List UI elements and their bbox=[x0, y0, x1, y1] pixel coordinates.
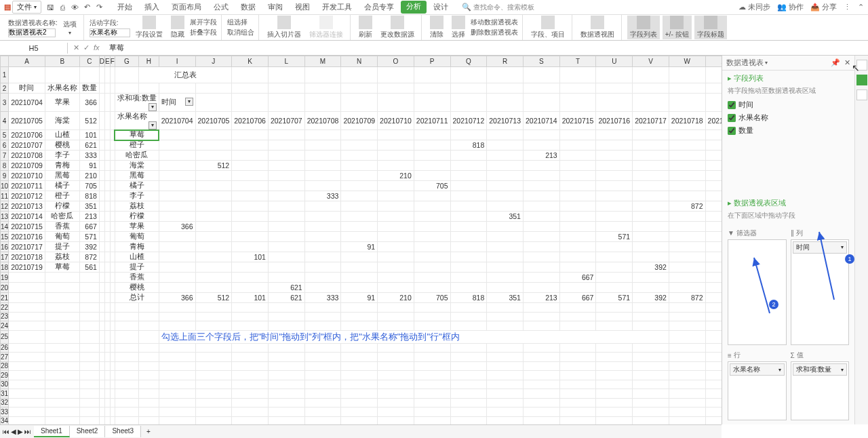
cell[interactable]: 210 bbox=[378, 293, 414, 303]
cell[interactable]: 872 bbox=[669, 293, 705, 303]
cell[interactable] bbox=[195, 283, 232, 293]
cell[interactable] bbox=[559, 181, 596, 191]
cell[interactable]: 20210709 bbox=[9, 161, 45, 171]
cell[interactable]: 512 bbox=[195, 293, 232, 303]
cell[interactable] bbox=[99, 252, 104, 262]
row-header[interactable]: 20 bbox=[1, 283, 9, 293]
cell[interactable]: 哈密瓜 bbox=[115, 151, 159, 161]
tab-6[interactable]: 视图 bbox=[290, 1, 315, 14]
cell[interactable] bbox=[99, 283, 104, 293]
cell[interactable] bbox=[341, 262, 378, 273]
row-header[interactable]: 16 bbox=[1, 242, 9, 252]
cell[interactable] bbox=[705, 398, 722, 407]
cell[interactable]: 667 bbox=[559, 273, 596, 283]
cell[interactable]: 20210711 bbox=[414, 112, 450, 130]
cell[interactable] bbox=[378, 380, 414, 389]
cell[interactable] bbox=[633, 416, 669, 424]
tab-5[interactable]: 审阅 bbox=[262, 1, 288, 14]
cell[interactable] bbox=[705, 321, 722, 331]
cell[interactable] bbox=[414, 262, 450, 273]
cell[interactable] bbox=[523, 201, 559, 212]
cell[interactable] bbox=[232, 343, 269, 353]
cell[interactable] bbox=[705, 242, 722, 252]
cell[interactable] bbox=[99, 361, 104, 371]
sheet-tab[interactable]: Sheet1 bbox=[34, 426, 70, 437]
cell[interactable] bbox=[669, 389, 705, 399]
cell[interactable]: 333 bbox=[304, 293, 341, 303]
cell[interactable] bbox=[99, 67, 104, 83]
cell[interactable] bbox=[559, 140, 596, 151]
cell[interactable] bbox=[633, 130, 669, 140]
cell[interactable] bbox=[450, 67, 487, 83]
cell[interactable] bbox=[232, 242, 269, 252]
cell[interactable] bbox=[341, 212, 378, 222]
cell[interactable] bbox=[195, 407, 232, 417]
cell[interactable] bbox=[559, 361, 596, 371]
row-header[interactable]: 29 bbox=[1, 371, 9, 380]
cell[interactable]: 818 bbox=[450, 293, 487, 303]
cell[interactable] bbox=[450, 361, 487, 371]
cell[interactable] bbox=[559, 283, 596, 293]
cell[interactable] bbox=[633, 407, 669, 417]
cell[interactable] bbox=[99, 293, 104, 303]
cell[interactable] bbox=[105, 273, 111, 283]
cell[interactable] bbox=[669, 283, 705, 293]
cell[interactable] bbox=[115, 416, 138, 424]
row-header[interactable]: 14 bbox=[1, 222, 9, 232]
row-header[interactable]: 31 bbox=[1, 389, 9, 399]
cell[interactable]: 210 bbox=[378, 171, 414, 181]
cell[interactable] bbox=[596, 389, 633, 399]
cell[interactable] bbox=[268, 212, 304, 222]
cell[interactable] bbox=[596, 181, 633, 191]
cell[interactable] bbox=[523, 67, 559, 83]
cell[interactable] bbox=[523, 361, 559, 371]
cell[interactable] bbox=[559, 303, 596, 313]
move-pivot-button[interactable]: 移动数据透视表 bbox=[471, 18, 518, 27]
cell[interactable] bbox=[487, 416, 524, 424]
cell[interactable] bbox=[705, 191, 722, 201]
cell[interactable] bbox=[705, 303, 722, 313]
cell[interactable] bbox=[268, 312, 304, 321]
cell[interactable] bbox=[596, 212, 633, 222]
cell[interactable] bbox=[79, 353, 99, 362]
cell[interactable] bbox=[487, 83, 524, 94]
cell[interactable] bbox=[105, 262, 111, 273]
cell[interactable] bbox=[450, 252, 487, 262]
fx-icon[interactable]: fx bbox=[94, 43, 100, 52]
cell[interactable]: 时间 bbox=[9, 83, 45, 94]
cell[interactable] bbox=[232, 273, 269, 283]
cell[interactable] bbox=[523, 252, 559, 262]
cell[interactable] bbox=[268, 380, 304, 389]
cell[interactable] bbox=[669, 151, 705, 161]
cell[interactable] bbox=[559, 191, 596, 201]
cell[interactable] bbox=[341, 416, 378, 424]
cell[interactable] bbox=[523, 222, 559, 232]
cell[interactable] bbox=[341, 130, 378, 140]
cell[interactable] bbox=[705, 283, 722, 293]
cell[interactable] bbox=[232, 283, 269, 293]
cell[interactable]: 20210706 bbox=[9, 130, 45, 140]
tab-1[interactable]: 插入 bbox=[139, 1, 165, 14]
cell[interactable] bbox=[633, 371, 669, 380]
row-header[interactable]: 30 bbox=[1, 380, 9, 389]
name-box[interactable]: H5 bbox=[0, 43, 68, 54]
cell[interactable] bbox=[633, 222, 669, 232]
fields-items-button[interactable]: 字段、项目 bbox=[528, 16, 568, 39]
cell[interactable] bbox=[195, 212, 232, 222]
cell[interactable] bbox=[559, 407, 596, 417]
sheet-nav-prev[interactable]: ◀ bbox=[11, 428, 16, 435]
cell[interactable] bbox=[596, 353, 633, 362]
cell[interactable]: 571 bbox=[79, 232, 99, 242]
cell[interactable]: 91 bbox=[341, 242, 378, 252]
cell[interactable] bbox=[195, 398, 232, 407]
cell[interactable] bbox=[268, 94, 304, 112]
cell[interactable] bbox=[159, 380, 195, 389]
cell[interactable] bbox=[523, 321, 559, 331]
cell[interactable] bbox=[304, 343, 341, 353]
cell[interactable] bbox=[232, 161, 269, 171]
cell[interactable] bbox=[378, 353, 414, 362]
cell[interactable] bbox=[341, 140, 378, 151]
cell[interactable] bbox=[232, 389, 269, 399]
cell[interactable] bbox=[139, 407, 159, 417]
cell[interactable] bbox=[110, 398, 115, 407]
